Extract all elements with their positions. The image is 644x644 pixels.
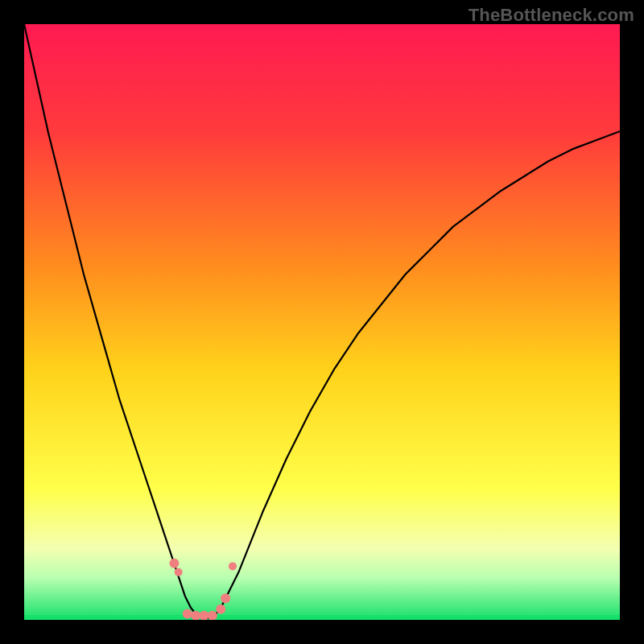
data-marker <box>183 609 192 619</box>
green-floor <box>24 615 620 620</box>
chart-svg <box>24 24 620 620</box>
data-marker <box>175 568 183 576</box>
watermark-text: TheBottleneck.com <box>469 5 634 26</box>
data-marker <box>221 593 230 603</box>
plot-area <box>24 24 620 620</box>
gradient-background <box>24 24 620 620</box>
data-marker <box>169 559 179 568</box>
data-marker <box>216 605 225 614</box>
data-marker <box>229 562 237 570</box>
outer-black-frame: TheBottleneck.com <box>0 0 644 644</box>
